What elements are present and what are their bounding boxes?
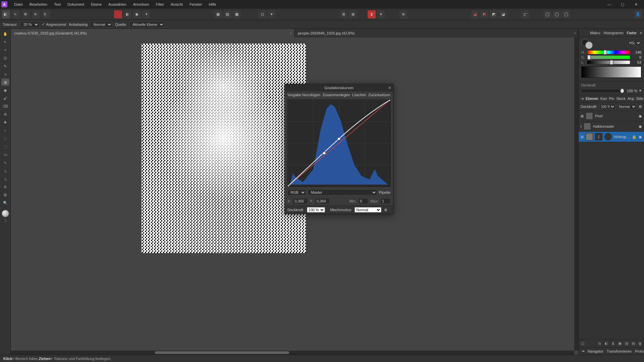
panel-tab-makro[interactable]: Makro xyxy=(590,31,600,35)
toolbar-record-icon[interactable]: ⊚ xyxy=(399,10,407,18)
persona-develop-icon[interactable]: ⚙ xyxy=(22,10,30,18)
persona-liquify-icon[interactable]: ∿ xyxy=(12,10,20,18)
foreground-color-swatch[interactable] xyxy=(2,210,9,217)
panel-tab-histogramm[interactable]: Histogramm xyxy=(604,31,624,35)
curves-channel-select[interactable]: RGB xyxy=(287,189,306,195)
toolbar-circle-icon[interactable]: ◐ xyxy=(123,10,131,18)
source-select[interactable]: Aktuelle Ebene xyxy=(129,21,164,27)
lightness-slider[interactable] xyxy=(587,61,630,64)
color-mode-select[interactable]: HSL xyxy=(627,40,641,46)
curves-max-input[interactable] xyxy=(380,198,390,204)
shape-tool-icon[interactable]: △ xyxy=(1,175,9,182)
toolbar-arrange3-icon[interactable]: ◩ xyxy=(490,10,498,18)
menu-anordnen[interactable]: Anordnen xyxy=(130,1,153,8)
toolbar-globe1-icon[interactable]: ◯ xyxy=(543,10,551,18)
toolbar-globe3-icon[interactable]: ◯ xyxy=(562,10,570,18)
layer-adjust-icon[interactable]: ◐ xyxy=(604,341,609,346)
blur-tool-icon[interactable]: ◌ xyxy=(1,135,9,142)
window-minimize-button[interactable]: — xyxy=(602,1,616,8)
account-icon[interactable]: 👤 xyxy=(634,10,642,18)
layer-live-icon[interactable]: ⧗ xyxy=(610,341,616,346)
dodge-tool-icon[interactable]: ○ xyxy=(1,127,9,134)
marquee-tool-icon[interactable]: ▭ xyxy=(1,151,9,158)
layers-tab[interactable]: Ebenen xyxy=(586,97,598,101)
toolbar-align-icon[interactable]: ≣ xyxy=(339,10,347,18)
toolbar-assist-icon[interactable]: ⧗ xyxy=(368,10,376,18)
toolbar-sel2-icon[interactable]: ▨ xyxy=(223,10,231,18)
toolbar-globe2-icon[interactable]: ◯ xyxy=(553,10,561,18)
hue-slider[interactable] xyxy=(587,51,630,54)
pen-tool-icon[interactable]: ✎ xyxy=(1,62,9,70)
close-tab-icon[interactable]: × xyxy=(290,31,292,35)
toolbar-snap-icon[interactable]: ⊞ xyxy=(349,10,357,18)
toolbar-quickmask-icon[interactable]: ◻ xyxy=(258,10,266,18)
stock-tab[interactable]: Stock xyxy=(616,97,626,101)
persona-export-icon[interactable]: ⎘ xyxy=(42,10,50,18)
menu-text[interactable]: Text xyxy=(51,1,64,8)
panel-menu-icon[interactable]: ≡ xyxy=(640,31,642,35)
curves-reset-button[interactable]: Zurücksetzen xyxy=(368,93,390,97)
channels-tab[interactable]: Kan xyxy=(600,97,607,101)
curves-blend-select[interactable]: Normal xyxy=(355,207,381,213)
clone-tool-icon[interactable]: ⧉ xyxy=(1,111,9,118)
menu-dokument[interactable]: Dokument xyxy=(64,1,88,8)
layer-row[interactable]: ⊞ Pixel ◉ xyxy=(579,111,644,121)
curves-delete-button[interactable]: Löschen xyxy=(352,93,366,97)
node-tool-icon[interactable]: ↘ xyxy=(1,70,9,78)
crop-tool-icon[interactable]: ⊡ xyxy=(1,54,9,62)
curves-dialog[interactable]: Gradationskurven ✕ Vorgabe hinzufügen Zu… xyxy=(284,84,393,214)
saturation-slider[interactable] xyxy=(587,56,630,59)
vertical-scrollbar[interactable] xyxy=(574,38,578,351)
menu-auswaehlen[interactable]: Auswählen xyxy=(105,1,130,8)
menu-ansicht[interactable]: Ansicht xyxy=(167,1,186,8)
transform-tab[interactable]: Transformieren xyxy=(607,349,632,353)
layer-blend-select[interactable]: Normal xyxy=(618,104,637,109)
panel-collapse-icon[interactable]: ⇥ xyxy=(581,97,584,101)
curves-pipette-button[interactable]: Pipette xyxy=(379,190,390,194)
curves-graph[interactable] xyxy=(287,100,390,187)
toolbar-dropdown-icon[interactable]: ▾ xyxy=(268,10,276,18)
curves-y-input[interactable] xyxy=(315,198,330,204)
layer-crop-icon[interactable]: ▣ xyxy=(617,341,623,346)
tolerance-select[interactable]: 20 % xyxy=(20,21,39,27)
toolbar-arrange2-icon[interactable]: ◩ xyxy=(480,10,488,18)
toolbar-arrange1-icon[interactable]: ◪ xyxy=(471,10,479,18)
color-picker-tool-icon[interactable]: ⌖ xyxy=(1,46,9,54)
window-close-button[interactable]: ✕ xyxy=(629,1,643,8)
menu-fenster[interactable]: Fenster xyxy=(186,1,205,8)
smudge-tool-icon[interactable]: ∿ xyxy=(1,159,9,166)
mesh-tool-icon[interactable]: ⊞ xyxy=(1,191,9,198)
history-tab[interactable]: Protokoll xyxy=(635,349,644,353)
curves-settings-icon[interactable]: ⚙ xyxy=(384,208,387,212)
opacity-dropdown-icon[interactable]: ▾ xyxy=(639,88,641,93)
selection-tool-icon[interactable]: ⬚ xyxy=(1,143,9,150)
canvas-image[interactable] xyxy=(142,44,306,253)
layer-add-icon[interactable]: ▤ xyxy=(631,341,636,346)
layer-group-icon[interactable]: ▥ xyxy=(624,341,629,346)
menu-bearbeiten[interactable]: Bearbeiten xyxy=(26,1,51,8)
toolbar-sel3-icon[interactable]: ▩ xyxy=(233,10,241,18)
layer-mask-button-icon[interactable]: ◫ xyxy=(580,341,585,346)
text-tool-icon[interactable]: A xyxy=(1,183,9,190)
move-tool-icon[interactable]: ↖ xyxy=(1,38,9,46)
toolbar-alignment-icon[interactable]: ⫍ xyxy=(521,10,529,18)
navigator-tab[interactable]: Navigator xyxy=(588,349,603,353)
curves-opacity-select[interactable]: 100 % xyxy=(307,207,325,213)
toolbar-wand-icon[interactable]: ✦ xyxy=(142,10,150,18)
document-tab[interactable]: people-2583848_1920.jpg (42,8%) × xyxy=(294,29,578,38)
menu-hilfe[interactable]: Hilfe xyxy=(205,1,219,8)
close-tab-icon[interactable]: × xyxy=(574,31,576,35)
layer-lock-icon[interactable]: 🔒 xyxy=(632,135,637,139)
toolbar-color-icon[interactable]: ◉ xyxy=(133,10,141,18)
document-tab[interactable]: cowboy-67630_1920.jpg [Geändert] (42,8%)… xyxy=(11,29,294,38)
layer-fx-icon[interactable]: fx xyxy=(597,341,602,346)
layer-delete-icon[interactable]: 🗑 xyxy=(637,341,643,346)
heal-tool-icon[interactable]: ✚ xyxy=(1,119,9,126)
persona-photo-icon[interactable]: ◧ xyxy=(2,10,10,18)
styles-tab[interactable]: Stile xyxy=(636,97,643,101)
flood-fill-tool-icon[interactable]: ▦ xyxy=(1,78,9,86)
contiguous-checkbox[interactable]: ✓Angrenzend xyxy=(42,22,66,26)
menu-datei[interactable]: Datei xyxy=(11,1,26,8)
menu-filter[interactable]: Filter xyxy=(153,1,167,8)
layer-row[interactable]: I Halbtonraster ◉ xyxy=(579,121,644,132)
